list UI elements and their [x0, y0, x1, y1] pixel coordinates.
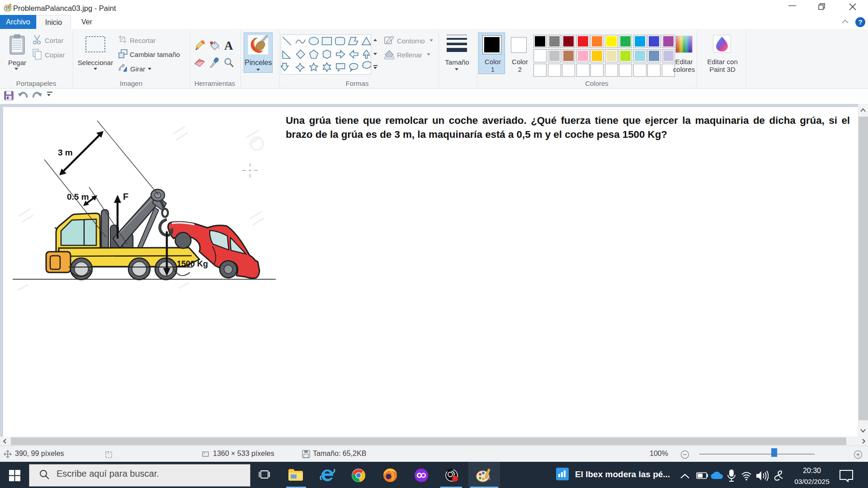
svg-text:1500 Kg: 1500 Kg	[177, 259, 208, 268]
svg-text:0.5 m: 0.5 m	[67, 192, 89, 202]
svg-text:3 m: 3 m	[58, 148, 73, 157]
svg-text:1: 1	[107, 450, 109, 455]
svg-text:1: 1	[203, 451, 206, 455]
svg-text:F: F	[123, 192, 128, 202]
